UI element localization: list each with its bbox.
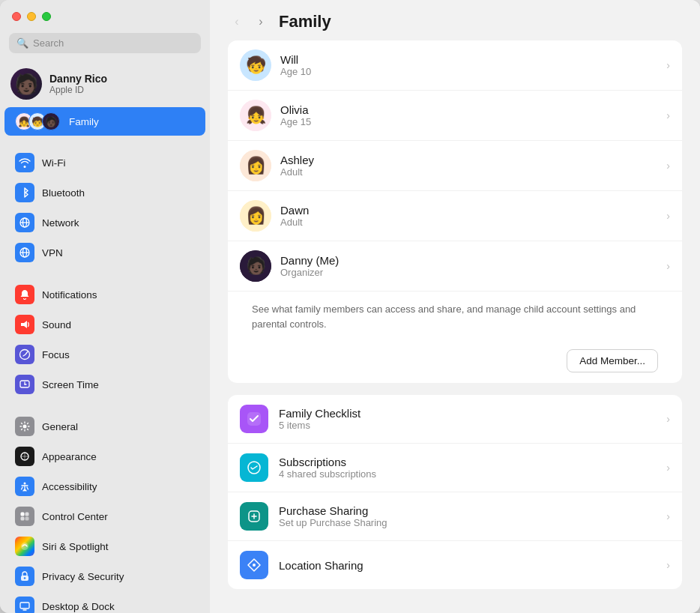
svg-point-18 — [24, 577, 26, 579]
search-input[interactable] — [33, 37, 193, 49]
sidebar-item-siri[interactable]: Siri & Spotlight — [4, 531, 205, 561]
svg-text:👩: 👩 — [246, 205, 267, 226]
profile-section[interactable]: 🧑🏿 Danny Rico Apple ID — [0, 62, 210, 107]
family-avatars-icon: 👧 🧒 🧑🏿 — [15, 112, 60, 130]
close-button[interactable] — [12, 12, 21, 21]
sidebar-item-focus[interactable]: Focus — [4, 339, 205, 369]
add-member-row: Add Member... — [240, 342, 670, 383]
sidebar-item-accessibility-label: Accessibility — [42, 481, 97, 492]
subscriptions-sub: 4 shared subscriptions — [279, 468, 656, 480]
sidebar-item-privacy-label: Privacy & Security — [42, 571, 124, 582]
member-info-will: Will Age 10 — [280, 53, 657, 77]
profile-subtitle: Apple ID — [49, 85, 107, 95]
sidebar-item-sound[interactable]: Sound — [4, 309, 205, 339]
member-row-will[interactable]: 🧒 Will Age 10 › — [228, 40, 682, 91]
feature-row-family-checklist[interactable]: Family Checklist 5 items › — [228, 395, 682, 444]
back-button[interactable]: ‹ — [228, 13, 246, 31]
page-title: Family — [279, 12, 331, 31]
svg-point-35 — [253, 564, 256, 567]
profile-info: Danny Rico Apple ID — [49, 73, 107, 95]
family-members-card: 🧒 Will Age 10 › 👧 — [228, 40, 682, 383]
chevron-icon-will: › — [666, 59, 670, 71]
search-bar[interactable]: 🔍 — [9, 33, 201, 53]
sidebar-item-bluetooth-label: Bluetooth — [42, 187, 85, 199]
sidebar-item-privacy[interactable]: Privacy & Security — [4, 561, 205, 591]
sidebar-item-screen-time[interactable]: Screen Time — [4, 369, 205, 399]
member-name-danny: Danny (Me) — [280, 254, 657, 267]
member-name-dawn: Dawn — [280, 204, 657, 217]
sidebar-item-control-center[interactable]: Control Center — [4, 501, 205, 531]
forward-button[interactable]: › — [252, 13, 270, 31]
svg-rect-16 — [25, 517, 29, 521]
maximize-button[interactable] — [42, 12, 51, 21]
sidebar-item-screen-time-label: Screen Time — [42, 379, 99, 390]
feature-row-purchase-sharing[interactable]: Purchase Sharing Set up Purchase Sharing… — [228, 492, 682, 541]
sound-icon — [15, 315, 34, 334]
member-name-will: Will — [280, 53, 657, 66]
wifi-icon — [15, 153, 34, 172]
sidebar-item-family[interactable]: 👧 🧒 🧑🏿 Family — [4, 107, 205, 136]
purchase-sharing-name: Purchase Sharing — [279, 504, 656, 517]
member-avatar-dawn: 👩 — [240, 200, 271, 232]
chevron-icon-olivia: › — [666, 109, 670, 121]
add-member-button[interactable]: Add Member... — [567, 349, 658, 372]
bluetooth-icon — [15, 183, 34, 202]
member-avatar-olivia: 👧 — [240, 100, 271, 131]
search-icon: 🔍 — [16, 37, 28, 49]
sidebar-item-general-label: General — [42, 421, 78, 432]
sidebar-item-accessibility[interactable]: Accessibility — [4, 471, 205, 501]
svg-point-12 — [24, 483, 26, 485]
sidebar-item-bluetooth[interactable]: Bluetooth — [4, 178, 205, 208]
svg-rect-14 — [25, 513, 29, 516]
member-row-danny[interactable]: 🧑🏿 Danny (Me) Organizer › — [228, 241, 682, 292]
sidebar-item-sound-label: Sound — [42, 319, 71, 330]
member-sub-ashley: Adult — [280, 166, 657, 178]
chevron-icon-purchase-sharing: › — [666, 510, 670, 522]
sidebar-item-vpn-label: VPN — [42, 247, 63, 259]
sidebar-item-appearance[interactable]: Appearance — [4, 441, 205, 471]
sidebar-item-desktop[interactable]: Desktop & Dock — [4, 591, 205, 613]
member-row-olivia[interactable]: 👧 Olivia Age 15 › — [228, 91, 682, 141]
focus-icon — [15, 345, 34, 364]
network-icon — [15, 213, 34, 232]
svg-text:👩: 👩 — [246, 155, 267, 175]
svg-text:👧: 👧 — [246, 105, 267, 125]
member-sub-dawn: Adult — [280, 217, 657, 228]
svg-point-10 — [23, 425, 27, 429]
appearance-icon — [15, 447, 34, 466]
sidebar-item-vpn[interactable]: VPN — [4, 238, 205, 268]
privacy-icon — [15, 567, 34, 586]
chevron-icon-location-sharing: › — [666, 559, 670, 571]
svg-rect-15 — [21, 517, 25, 521]
family-avatar-3: 🧑🏿 — [42, 112, 60, 130]
family-checklist-icon — [240, 405, 268, 433]
main-scroll: 🧒 Will Age 10 › 👧 — [210, 40, 700, 613]
sidebar-item-siri-label: Siri & Spotlight — [42, 541, 109, 552]
sidebar-item-control-center-label: Control Center — [42, 511, 108, 522]
sidebar-item-wifi[interactable]: Wi-Fi — [4, 148, 205, 178]
feature-row-subscriptions[interactable]: Subscriptions 4 shared subscriptions › — [228, 444, 682, 492]
member-row-dawn[interactable]: 👩 Dawn Adult › — [228, 191, 682, 241]
main-content: ‹ › Family 🧒 Will Age 10 — [210, 0, 700, 613]
sidebar-item-focus-label: Focus — [42, 349, 70, 360]
sidebar-item-network[interactable]: Network — [4, 208, 205, 238]
member-row-ashley[interactable]: 👩 Ashley Adult › — [228, 141, 682, 191]
siri-icon — [15, 537, 34, 556]
feature-row-location-sharing[interactable]: Location Sharing › — [228, 541, 682, 589]
member-avatar-will: 🧒 — [240, 49, 271, 81]
svg-rect-19 — [20, 603, 29, 609]
main-header: ‹ › Family — [210, 0, 700, 40]
sidebar-item-appearance-label: Appearance — [42, 451, 97, 462]
location-sharing-icon — [240, 551, 268, 579]
sidebar: 🔍 🧑🏿 Danny Rico Apple ID 👧 🧒 🧑🏿 Family — [0, 0, 210, 613]
family-checklist-info: Family Checklist 5 items — [279, 407, 656, 431]
chevron-icon-checklist: › — [666, 413, 670, 425]
notifications-icon — [15, 285, 34, 304]
minimize-button[interactable] — [27, 12, 36, 21]
desktop-icon — [15, 597, 34, 613]
location-sharing-name: Location Sharing — [279, 559, 656, 572]
accessibility-icon — [15, 477, 34, 496]
sidebar-item-general[interactable]: General — [4, 411, 205, 441]
sidebar-item-notifications[interactable]: Notifications — [4, 280, 205, 309]
family-description: See what family members can access and s… — [240, 292, 670, 342]
